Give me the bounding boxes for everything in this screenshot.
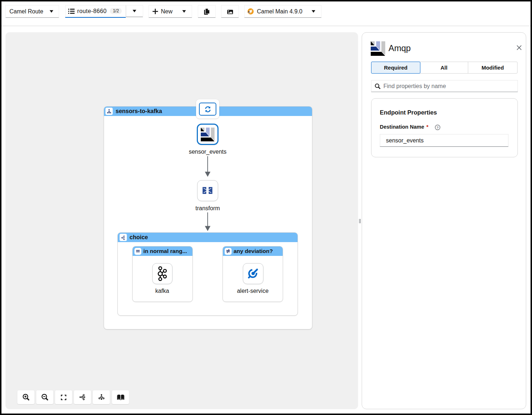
svg-text:?: ?	[437, 125, 439, 129]
